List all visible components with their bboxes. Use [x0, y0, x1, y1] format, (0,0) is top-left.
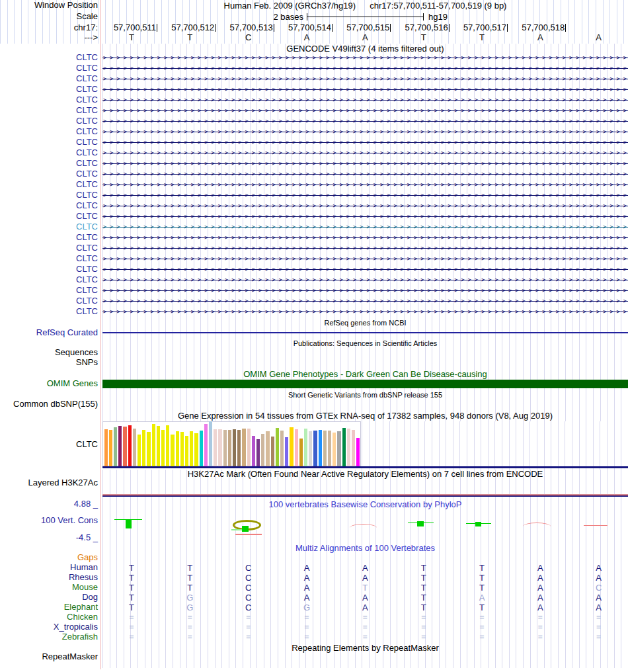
multiz-row-label-human[interactable]: Human: [70, 562, 98, 573]
gtex-tissue-bar[interactable]: [347, 429, 350, 466]
gene-label-cltc[interactable]: CLTC: [76, 95, 98, 105]
gene-transcript-row[interactable]: >>>>>>>>>>>>>>>>>>>>>>>>>>>>>>>>>>>>>>>>…: [102, 265, 628, 274]
gene-transcript-row[interactable]: >>>>>>>>>>>>>>>>>>>>>>>>>>>>>>>>>>>>>>>>…: [102, 181, 628, 189]
gene-label-cltc[interactable]: CLTC: [76, 137, 98, 147]
gene-label-cltc[interactable]: CLTC: [76, 285, 98, 296]
track-label-gtex-gene[interactable]: CLTC: [76, 439, 98, 450]
gene-label-cltc[interactable]: CLTC: [76, 306, 98, 317]
gene-transcript-row[interactable]: >>>>>>>>>>>>>>>>>>>>>>>>>>>>>>>>>>>>>>>>…: [102, 191, 628, 200]
track-label-sequences[interactable]: Sequences: [55, 347, 98, 358]
gtex-tissue-bar[interactable]: [309, 431, 312, 466]
gene-label-cltc[interactable]: CLTC: [76, 73, 98, 84]
gene-transcript-row[interactable]: >>>>>>>>>>>>>>>>>>>>>>>>>>>>>>>>>>>>>>>>…: [102, 170, 628, 179]
gtex-tissue-bar[interactable]: [280, 431, 284, 466]
gene-transcript-row[interactable]: >>>>>>>>>>>>>>>>>>>>>>>>>>>>>>>>>>>>>>>>…: [102, 244, 628, 253]
multiz-row-label-x_tropicalis[interactable]: X_tropicalis: [54, 622, 98, 632]
gene-transcript-row[interactable]: >>>>>>>>>>>>>>>>>>>>>>>>>>>>>>>>>>>>>>>>…: [102, 138, 628, 147]
gtex-tissue-bar[interactable]: [137, 435, 141, 466]
gene-label-cltc[interactable]: CLTC: [76, 116, 98, 126]
gene-label-cltc[interactable]: CLTC: [76, 63, 98, 73]
gtex-tissue-bar[interactable]: [133, 429, 136, 466]
gtex-tissue-bar[interactable]: [352, 430, 355, 466]
gtex-tissue-bar[interactable]: [342, 428, 346, 466]
gtex-tissue-bar[interactable]: [233, 429, 236, 466]
gtex-tissue-bar[interactable]: [109, 430, 112, 466]
gene-label-cltc[interactable]: CLTC: [76, 243, 98, 253]
gene-transcript-row[interactable]: >>>>>>>>>>>>>>>>>>>>>>>>>>>>>>>>>>>>>>>>…: [102, 54, 628, 62]
gene-transcript-row[interactable]: >>>>>>>>>>>>>>>>>>>>>>>>>>>>>>>>>>>>>>>>…: [102, 117, 628, 126]
gene-transcript-row[interactable]: >>>>>>>>>>>>>>>>>>>>>>>>>>>>>>>>>>>>>>>>…: [102, 149, 628, 157]
gtex-tissue-bar[interactable]: [180, 432, 184, 466]
gene-transcript-row[interactable]: >>>>>>>>>>>>>>>>>>>>>>>>>>>>>>>>>>>>>>>>…: [102, 308, 628, 316]
gtex-tissue-bar[interactable]: [142, 430, 145, 466]
gtex-expression-bars[interactable]: [102, 419, 362, 466]
multiz-row-label-gaps[interactable]: Gaps: [77, 552, 98, 563]
gtex-tissue-bar[interactable]: [128, 425, 132, 466]
gene-transcript-row[interactable]: >>>>>>>>>>>>>>>>>>>>>>>>>>>>>>>>>>>>>>>>…: [102, 202, 628, 210]
gene-transcript-row[interactable]: >>>>>>>>>>>>>>>>>>>>>>>>>>>>>>>>>>>>>>>>…: [102, 286, 628, 295]
gene-label-cltc[interactable]: CLTC: [76, 296, 98, 306]
gene-label-cltc[interactable]: CLTC: [76, 126, 98, 137]
gtex-tissue-bar[interactable]: [276, 428, 279, 466]
gtex-tissue-bar[interactable]: [247, 429, 251, 466]
gene-label-cltc[interactable]: CLTC: [76, 84, 98, 95]
multiz-row-label-zebrafish[interactable]: Zebrafish: [62, 632, 98, 642]
multiz-row-label-chicken[interactable]: Chicken: [67, 612, 98, 622]
gene-transcript-row[interactable]: >>>>>>>>>>>>>>>>>>>>>>>>>>>>>>>>>>>>>>>>…: [102, 75, 628, 83]
gene-transcript-row[interactable]: >>>>>>>>>>>>>>>>>>>>>>>>>>>>>>>>>>>>>>>>…: [102, 106, 628, 115]
gtex-tissue-bar[interactable]: [290, 427, 293, 466]
gtex-tissue-bar[interactable]: [304, 429, 307, 466]
gene-transcript-row[interactable]: >>>>>>>>>>>>>>>>>>>>>>>>>>>>>>>>>>>>>>>>…: [102, 128, 628, 136]
track-label-dbsnp[interactable]: Common dbSNP(155): [13, 399, 98, 409]
gtex-tissue-bar[interactable]: [323, 431, 327, 466]
multiz-row-label-elephant[interactable]: Elephant: [64, 602, 98, 612]
gtex-tissue-bar[interactable]: [328, 431, 331, 466]
gtex-tissue-bar[interactable]: [204, 424, 208, 466]
gtex-tissue-bar[interactable]: [123, 427, 126, 466]
gene-label-cltc[interactable]: CLTC: [76, 253, 98, 264]
omim-gene-bar[interactable]: [102, 380, 628, 388]
gene-transcript-row[interactable]: >>>>>>>>>>>>>>>>>>>>>>>>>>>>>>>>>>>>>>>>…: [102, 96, 628, 105]
gene-label-cltc[interactable]: CLTC: [76, 179, 98, 190]
gene-label-cltc[interactable]: CLTC: [76, 169, 98, 179]
refseq-curated-gene-bar[interactable]: [102, 332, 628, 333]
gtex-tissue-bar[interactable]: [214, 429, 217, 466]
h3k27ac-layer-navy[interactable]: [102, 496, 628, 497]
gtex-tissue-bar[interactable]: [299, 439, 303, 466]
gtex-tissue-bar[interactable]: [161, 430, 165, 466]
gtex-tissue-bar[interactable]: [237, 430, 241, 466]
gtex-tissue-bar[interactable]: [104, 429, 108, 466]
multiz-row-label-dog[interactable]: Dog: [82, 592, 98, 603]
gtex-tissue-bar[interactable]: [261, 434, 264, 466]
gtex-tissue-bar[interactable]: [256, 439, 260, 466]
gene-label-cltc[interactable]: CLTC: [76, 190, 98, 200]
track-label-snps[interactable]: SNPs: [76, 357, 98, 368]
gene-label-cltc[interactable]: CLTC: [76, 264, 98, 274]
gtex-tissue-bar[interactable]: [285, 437, 288, 466]
gene-label-cltc[interactable]: CLTC: [76, 211, 98, 222]
gtex-tissue-bar[interactable]: [313, 431, 317, 466]
track-label-repeatmasker[interactable]: RepeatMasker: [42, 651, 98, 662]
gene-transcript-row[interactable]: >>>>>>>>>>>>>>>>>>>>>>>>>>>>>>>>>>>>>>>>…: [102, 297, 628, 306]
gtex-tissue-bar[interactable]: [295, 429, 298, 466]
gtex-tissue-bar[interactable]: [218, 429, 221, 466]
gtex-tissue-bar[interactable]: [176, 431, 179, 466]
gtex-tissue-bar[interactable]: [147, 432, 150, 466]
gtex-tissue-bar[interactable]: [271, 437, 274, 466]
gene-label-cltc[interactable]: CLTC: [76, 158, 98, 169]
gene-transcript-row[interactable]: >>>>>>>>>>>>>>>>>>>>>>>>>>>>>>>>>>>>>>>>…: [102, 64, 628, 73]
gtex-tissue-bar[interactable]: [194, 433, 198, 466]
gtex-tissue-bar[interactable]: [157, 426, 160, 466]
gene-label-cltc[interactable]: CLTC: [76, 232, 98, 243]
gtex-tissue-bar[interactable]: [333, 433, 336, 466]
gtex-tissue-bar[interactable]: [171, 435, 174, 466]
gene-transcript-row[interactable]: >>>>>>>>>>>>>>>>>>>>>>>>>>>>>>>>>>>>>>>>…: [102, 255, 628, 263]
gene-transcript-row[interactable]: >>>>>>>>>>>>>>>>>>>>>>>>>>>>>>>>>>>>>>>>…: [102, 85, 628, 94]
gtex-tissue-bar[interactable]: [152, 424, 155, 466]
gene-label-cltc[interactable]: CLTC: [76, 147, 98, 158]
gtex-tissue-bar[interactable]: [185, 436, 188, 466]
gene-label-cltc[interactable]: CLTC: [76, 105, 98, 116]
gene-label-cltc-highlighted[interactable]: CLTC: [76, 222, 98, 232]
gene-transcript-row[interactable]: >>>>>>>>>>>>>>>>>>>>>>>>>>>>>>>>>>>>>>>>…: [102, 276, 628, 284]
gtex-tissue-bar[interactable]: [223, 430, 227, 466]
